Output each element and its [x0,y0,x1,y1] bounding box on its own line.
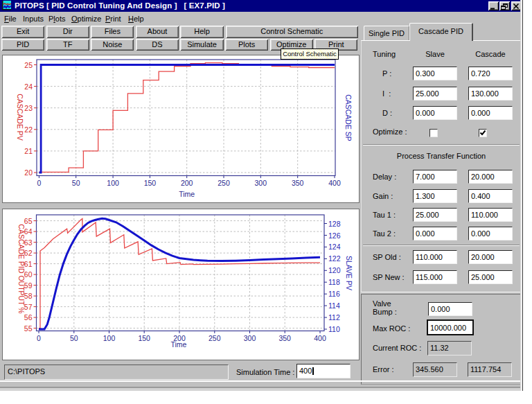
svg-text:150: 150 [138,334,150,342]
svg-text:250: 250 [218,179,230,187]
svg-text:100: 100 [103,334,116,342]
svg-text:350: 350 [278,334,291,342]
svg-text:150: 150 [144,179,157,187]
svg-text:300: 300 [244,334,256,342]
svg-text:0: 0 [37,334,41,342]
svg-text:116: 116 [328,290,340,298]
svg-text:Time: Time [171,340,187,349]
svg-text:124: 124 [328,243,341,251]
svg-text:110: 110 [328,325,340,333]
svg-text:400: 400 [314,334,326,342]
svg-text:0: 0 [37,179,41,187]
svg-text:24: 24 [24,82,33,91]
svg-text:50: 50 [72,179,80,187]
svg-text:22: 22 [24,125,33,134]
svg-text:CASCADE SP: CASCADE SP [344,94,353,141]
svg-text:114: 114 [328,301,340,310]
svg-text:300: 300 [255,179,267,187]
svg-text:25: 25 [24,61,33,69]
svg-text:400: 400 [328,179,341,187]
svg-text:Time: Time [179,190,195,198]
svg-text:CASCADE PID OUTPUT %: CASCADE PID OUTPUT % [17,224,26,313]
svg-text:126: 126 [328,231,341,240]
svg-text:50: 50 [70,334,78,342]
svg-text:128: 128 [328,220,341,228]
svg-text:200: 200 [181,179,193,187]
svg-text:55: 55 [24,324,33,333]
svg-text:250: 250 [209,334,221,342]
svg-text:350: 350 [292,179,304,187]
svg-text:20: 20 [24,168,33,177]
svg-text:118: 118 [328,278,340,286]
svg-text:21: 21 [24,147,33,155]
svg-text:SLAVE PV: SLAVE PV [345,256,353,290]
svg-text:23: 23 [24,104,33,112]
svg-text:100: 100 [107,179,119,187]
svg-text:122: 122 [328,254,341,263]
svg-text:120: 120 [328,266,341,274]
svg-text:112: 112 [328,313,340,322]
svg-text:56: 56 [24,313,33,322]
svg-text:CASCADE PV: CASCADE PV [16,94,24,141]
